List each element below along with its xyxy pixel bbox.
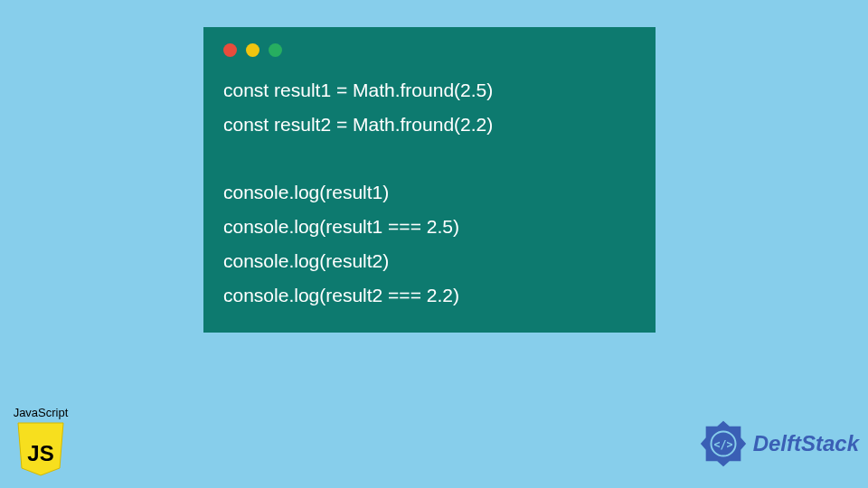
js-logo-icon: JS bbox=[16, 421, 65, 479]
code-window: const result1 = Math.fround(2.5) const r… bbox=[203, 27, 656, 333]
svg-text:</>: </> bbox=[713, 438, 732, 451]
delftstack-badge: </> DelftStack bbox=[697, 418, 859, 470]
close-icon bbox=[223, 43, 237, 57]
js-logo-text: JS bbox=[27, 441, 53, 465]
maximize-icon bbox=[269, 43, 282, 57]
minimize-icon bbox=[246, 43, 259, 57]
traffic-lights bbox=[223, 43, 636, 57]
javascript-badge: JavaScript JS bbox=[9, 406, 72, 479]
delftstack-text: DelftStack bbox=[753, 431, 859, 456]
code-block: const result1 = Math.fround(2.5) const r… bbox=[223, 73, 636, 313]
delftstack-logo-icon: </> bbox=[697, 418, 750, 470]
js-label: JavaScript bbox=[9, 406, 72, 419]
